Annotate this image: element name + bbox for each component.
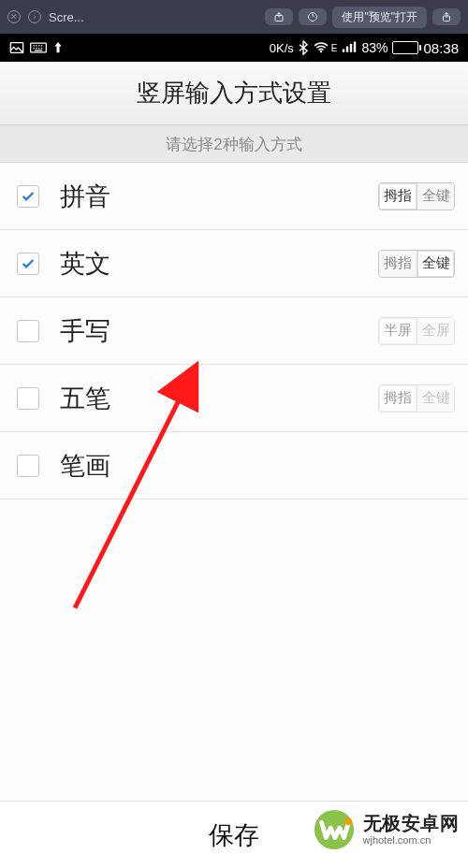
android-status-bar: 0K/s E 83% 08:38 <box>0 34 468 62</box>
segment-english[interactable]: 拇指 全键 <box>378 250 455 278</box>
e-indicator: E <box>331 43 338 53</box>
seg-halfscreen: 半屏 <box>379 318 417 344</box>
macos-browser-toolbar: ✕ › Scre... 使用"预览"打开 <box>0 0 468 34</box>
battery-percent: 83% <box>361 40 388 55</box>
input-method-row-stroke[interactable]: 笔画 <box>0 432 468 499</box>
share-icon[interactable] <box>432 8 461 25</box>
wifi-icon <box>313 41 329 54</box>
seg-thumb[interactable]: 拇指 <box>379 251 417 277</box>
checkbox-english[interactable] <box>17 253 39 275</box>
segment-wubi: 拇指 全键 <box>378 384 455 412</box>
svg-point-7 <box>344 818 352 826</box>
page-title: 竖屏输入方式设置 <box>0 62 468 125</box>
seg-fullscreen: 全屏 <box>417 318 454 344</box>
seg-thumb[interactable]: 拇指 <box>379 183 417 210</box>
input-method-row-handwriting[interactable]: 手写 半屏 全屏 <box>0 297 468 365</box>
signal-icon <box>342 41 357 54</box>
upload-icon <box>52 41 64 54</box>
row-label: 手写 <box>60 314 358 348</box>
tab-title: Scre... <box>49 10 84 24</box>
section-hint: 请选择2种输入方式 <box>0 125 468 163</box>
checkbox-wubi[interactable] <box>17 387 39 410</box>
seg-fullkey[interactable]: 全键 <box>417 251 454 277</box>
segment-handwriting: 半屏 全屏 <box>378 317 455 345</box>
input-method-row-pinyin[interactable]: 拼音 拇指 全键 <box>0 163 468 230</box>
compass-icon[interactable] <box>299 8 327 25</box>
watermark: 无极安卓网 wjhotel.com.cn <box>313 808 460 851</box>
share-up-icon[interactable] <box>265 8 293 25</box>
seg-fullkey: 全键 <box>417 385 454 412</box>
battery-icon <box>392 41 418 54</box>
checkbox-handwriting[interactable] <box>17 320 39 342</box>
input-method-row-wubi[interactable]: 五笔 拇指 全键 <box>0 365 468 432</box>
row-label: 英文 <box>60 247 358 281</box>
image-icon <box>9 41 24 54</box>
row-label: 拼音 <box>60 180 358 213</box>
empty-area <box>0 499 468 801</box>
arrow-icon[interactable]: › <box>28 10 41 23</box>
watermark-domain: wjhotel.com.cn <box>363 834 460 846</box>
watermark-name: 无极安卓网 <box>363 813 460 834</box>
row-label: 笔画 <box>60 449 455 483</box>
segment-pinyin[interactable]: 拇指 全键 <box>378 182 455 210</box>
open-with-preview-button[interactable]: 使用"预览"打开 <box>332 7 427 28</box>
close-icon[interactable]: ✕ <box>7 10 21 23</box>
network-speed: 0K/s <box>270 41 294 55</box>
input-method-row-english[interactable]: 英文 拇指 全键 <box>0 230 468 297</box>
watermark-logo-icon <box>313 808 356 851</box>
row-label: 五笔 <box>60 382 358 415</box>
keyboard-icon <box>30 42 47 53</box>
seg-thumb: 拇指 <box>379 385 417 412</box>
checkbox-stroke[interactable] <box>17 455 39 477</box>
seg-fullkey[interactable]: 全键 <box>417 183 454 210</box>
bluetooth-icon <box>299 40 308 55</box>
checkbox-pinyin[interactable] <box>17 185 39 208</box>
clock: 08:38 <box>423 40 459 56</box>
